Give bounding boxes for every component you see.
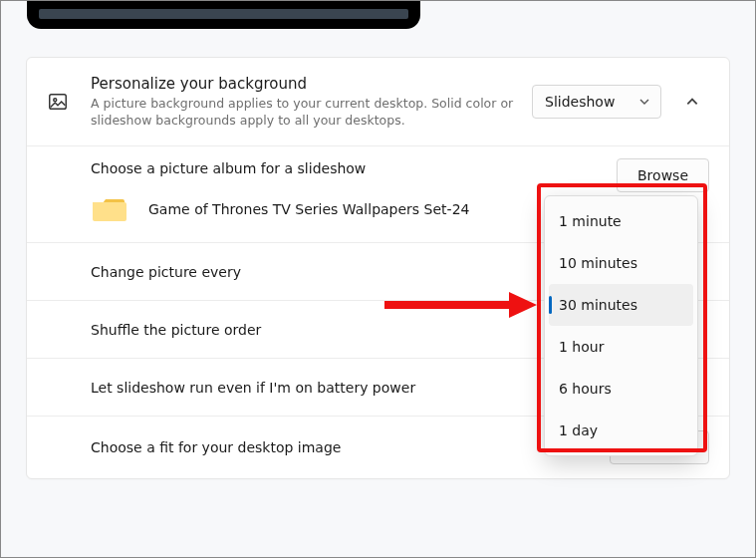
selected-album-name: Game of Thrones TV Series Wallpapers Set… [148, 201, 469, 217]
browse-button[interactable]: Browse [617, 158, 709, 192]
background-type-value: Slideshow [545, 94, 615, 110]
svg-point-1 [54, 99, 57, 102]
interval-dropdown-popup[interactable]: 1 minute10 minutes30 minutes1 hour6 hour… [544, 195, 698, 456]
wallpaper-preview-strip [27, 1, 420, 29]
fit-label: Choose a fit for your desktop image [91, 439, 610, 455]
personalize-title: Personalize your background [91, 75, 532, 93]
interval-option[interactable]: 6 hours [545, 368, 697, 410]
background-type-select[interactable]: Slideshow [532, 85, 661, 119]
collapse-button[interactable] [675, 85, 709, 119]
personalize-background-row[interactable]: Personalize your background A picture ba… [27, 58, 729, 145]
interval-option[interactable]: 1 day [545, 410, 697, 451]
interval-option[interactable]: 30 minutes [549, 284, 693, 326]
folder-icon [91, 194, 126, 224]
personalize-subtitle: A picture background applies to your cur… [91, 95, 529, 130]
interval-option[interactable]: 1 hour [545, 326, 697, 368]
svg-rect-0 [50, 95, 67, 110]
interval-option[interactable]: 1 minute [545, 200, 697, 242]
interval-option[interactable]: 10 minutes [545, 242, 697, 284]
picture-icon [47, 91, 69, 113]
chevron-down-icon [638, 96, 650, 108]
chevron-up-icon [685, 95, 699, 109]
browse-button-label: Browse [637, 167, 688, 183]
